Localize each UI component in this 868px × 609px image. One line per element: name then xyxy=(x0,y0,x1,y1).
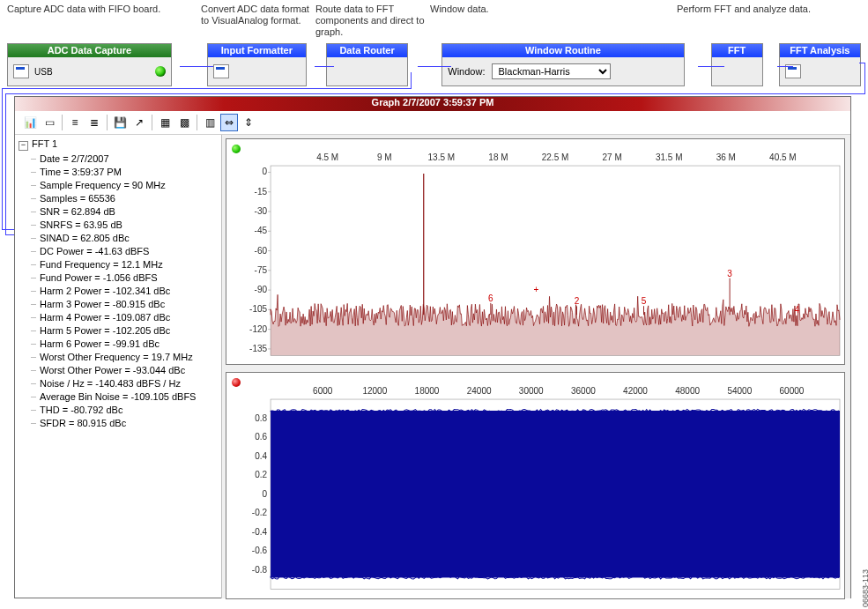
svg-text:0.2: 0.2 xyxy=(255,471,267,480)
tree-item[interactable]: Samples = 65536 xyxy=(31,192,219,205)
list-icon[interactable]: ≡ xyxy=(66,114,84,131)
svg-text:4: 4 xyxy=(794,305,799,315)
svg-text:3: 3 xyxy=(727,269,732,279)
tree-collapse-icon[interactable]: − xyxy=(19,141,28,151)
svg-text:18 M: 18 M xyxy=(488,152,508,162)
block-title: FFT Analysis xyxy=(780,44,860,57)
plot-area: 0-15-30-45-60-75-90-105-120-1354.5 M9 M1… xyxy=(222,135,850,598)
settings-icon[interactable] xyxy=(13,64,29,78)
svg-text:4.5 M: 4.5 M xyxy=(316,152,338,162)
tree-item[interactable]: Noise / Hz = -140.483 dBFS / Hz xyxy=(31,377,219,390)
svg-rect-62 xyxy=(271,411,840,577)
tree-item[interactable]: Worst Other Frequency = 19.7 MHz xyxy=(31,351,219,364)
svg-text:-75: -75 xyxy=(255,265,268,275)
svg-text:22.5 M: 22.5 M xyxy=(542,152,569,162)
axis-icon[interactable]: ▥ xyxy=(201,114,219,131)
svg-text:-120: -120 xyxy=(249,324,267,334)
svg-text:0.8: 0.8 xyxy=(255,413,267,423)
wire xyxy=(5,234,14,235)
svg-text:-0.6: -0.6 xyxy=(252,546,268,556)
svg-text:5: 5 xyxy=(642,296,647,306)
block-fft-analysis[interactable]: FFT Analysis xyxy=(779,43,861,86)
grid-icon[interactable]: ▦ xyxy=(156,114,174,131)
svg-text:31.5 M: 31.5 M xyxy=(656,152,683,162)
tree-item[interactable]: Harm 5 Power = -102.205 dBc xyxy=(31,324,219,338)
zoom-x-icon[interactable]: ⇔ xyxy=(220,114,238,131)
svg-text:12000: 12000 xyxy=(362,386,387,396)
svg-text:-0.2: -0.2 xyxy=(252,509,268,518)
separator xyxy=(62,115,63,130)
graph-toolbar: 📊 ▭ ≡ ≣ 💾 ↗ ▦ ▩ ▥ ⇔ ⇕ xyxy=(15,111,850,135)
svg-text:-135: -135 xyxy=(249,344,267,353)
svg-text:9 M: 9 M xyxy=(377,152,392,162)
block-diagram: ADC Data Capture USB Input Formatter Dat… xyxy=(7,43,861,92)
block-data-router[interactable]: Data Router xyxy=(326,43,408,86)
results-tree[interactable]: −FFT 1 Date = 2/7/2007Time = 3:59:37 PMS… xyxy=(15,135,222,598)
figure-id: 06683-113 xyxy=(861,569,868,607)
svg-text:0: 0 xyxy=(263,489,268,499)
svg-text:0.4: 0.4 xyxy=(255,451,267,461)
status-led-icon xyxy=(155,66,166,77)
tree-item[interactable]: THD = -80.792 dBc xyxy=(31,404,219,417)
tree-item[interactable]: DC Power = -41.63 dBFS xyxy=(31,245,219,258)
align-icon[interactable]: ≣ xyxy=(85,114,103,131)
tree-item[interactable]: Harm 2 Power = -102.341 dBc xyxy=(31,285,219,298)
tree-item[interactable]: SNR = 62.894 dB xyxy=(31,205,219,219)
svg-text:18000: 18000 xyxy=(415,386,440,396)
separator xyxy=(197,115,197,130)
window-select[interactable]: Blackman-Harris xyxy=(492,63,611,79)
svg-text:-0.4: -0.4 xyxy=(252,527,268,537)
tree-item[interactable]: Date = 2/7/2007 xyxy=(31,152,219,166)
grid2-icon[interactable]: ▩ xyxy=(175,114,193,131)
window-label: Window: xyxy=(448,66,485,77)
desc-window: Window data. xyxy=(430,4,677,15)
separator xyxy=(152,115,152,130)
tree-item[interactable]: SFDR = 80.915 dBc xyxy=(31,417,219,430)
block-title: Data Router xyxy=(327,44,407,57)
svg-text:6000: 6000 xyxy=(313,386,333,396)
tree-item[interactable]: Harm 4 Power = -109.087 dBc xyxy=(31,311,219,324)
tree-item[interactable]: SINAD = 62.805 dBc xyxy=(31,232,219,245)
block-title: ADC Data Capture xyxy=(8,44,171,57)
svg-text:-45: -45 xyxy=(255,226,268,235)
svg-text:6: 6 xyxy=(488,293,493,303)
tree-item[interactable]: Sample Frequency = 90 MHz xyxy=(31,179,219,192)
fft-plot[interactable]: 0-15-30-45-60-75-90-105-120-1354.5 M9 M1… xyxy=(226,138,845,365)
svg-text:-90: -90 xyxy=(255,285,268,294)
block-adc-capture[interactable]: ADC Data Capture USB xyxy=(7,43,172,86)
tree-item[interactable]: Harm 3 Power = -80.915 dBc xyxy=(31,298,219,311)
svg-text:42000: 42000 xyxy=(623,386,648,396)
block-window-routine[interactable]: Window Routine Window: Blackman-Harris xyxy=(441,43,684,86)
save-icon[interactable]: 💾 xyxy=(111,114,129,131)
settings-icon[interactable] xyxy=(785,64,801,78)
tree-item[interactable]: Harm 6 Power = -99.91 dBc xyxy=(31,338,219,351)
block-fft[interactable]: FFT xyxy=(711,43,763,86)
svg-text:13.5 M: 13.5 M xyxy=(428,152,456,162)
tree-root-label: FFT 1 xyxy=(32,138,57,149)
svg-text:-0.8: -0.8 xyxy=(252,565,268,575)
tree-item[interactable]: SNRFS = 63.95 dB xyxy=(31,219,219,232)
svg-text:2: 2 xyxy=(575,296,580,306)
chart-type-icon[interactable]: 📊 xyxy=(21,114,39,131)
svg-text:54000: 54000 xyxy=(727,386,752,396)
svg-text:+: + xyxy=(534,285,539,294)
export-icon[interactable]: ↗ xyxy=(130,114,148,131)
svg-text:-30: -30 xyxy=(255,206,268,216)
svg-text:24000: 24000 xyxy=(467,386,492,396)
time-plot[interactable]: 0.80.60.40.20-0.2-0.4-0.6-0.860001200018… xyxy=(226,372,845,598)
zoom-y-icon[interactable]: ⇕ xyxy=(240,114,257,131)
settings-icon[interactable] xyxy=(213,64,229,78)
tree-item[interactable]: Worst Other Power = -93.044 dBc xyxy=(31,364,219,377)
usb-label: USB xyxy=(34,67,53,77)
tree-item[interactable]: Fund Frequency = 12.1 MHz xyxy=(31,258,219,271)
tree-item[interactable]: Fund Power = -1.056 dBFS xyxy=(31,271,219,285)
tree-item[interactable]: Average Bin Noise = -109.105 dBFS xyxy=(31,390,219,404)
svg-text:60000: 60000 xyxy=(780,386,805,396)
desc-formatter: Convert ADC data format to VisualAnalog … xyxy=(201,4,315,26)
block-title: Input Formatter xyxy=(208,44,306,57)
block-input-formatter[interactable]: Input Formatter xyxy=(207,43,307,86)
wire xyxy=(2,88,3,229)
window-icon[interactable]: ▭ xyxy=(41,114,58,131)
tree-item[interactable]: Time = 3:59:37 PM xyxy=(31,166,219,179)
wire xyxy=(5,93,6,234)
